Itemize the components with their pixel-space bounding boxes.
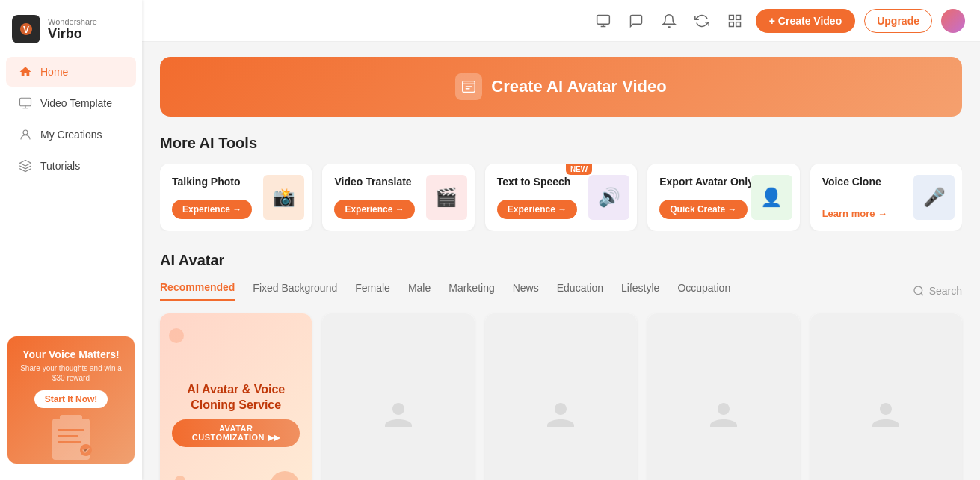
logo-text: Wondershare Virbo: [48, 17, 97, 42]
tab-recommended[interactable]: Recommended: [160, 281, 235, 301]
video-translate-image: 🎬: [426, 175, 467, 220]
svg-rect-3: [20, 98, 31, 106]
featured-image: AI Avatar & Voice Cloning Service AVATAR…: [160, 313, 312, 480]
grid-icon[interactable]: [723, 9, 747, 33]
avatar-grid: AI Avatar & Voice Cloning Service AVATAR…: [160, 313, 962, 480]
svg-text:V: V: [23, 25, 29, 35]
search-label: Search: [929, 285, 962, 297]
svg-rect-8: [58, 435, 78, 437]
svg-rect-14: [729, 22, 733, 26]
hero-text: Create AI Avatar Video: [491, 77, 666, 96]
featured-title: AI Avatar & Voice Cloning Service: [172, 382, 300, 413]
upgrade-button[interactable]: Upgrade: [864, 9, 932, 33]
more-ai-tools-title: More AI Tools: [160, 135, 962, 152]
main-content: + Create Video Upgrade Create AI Avatar …: [142, 0, 980, 480]
sidebar-label-home: Home: [40, 66, 68, 78]
experience-button-text-to-speech[interactable]: Experience →: [497, 200, 577, 219]
page-content: Create AI Avatar Video More AI Tools Tal…: [142, 42, 980, 480]
tool-card-talking-photo: Talking Photo Experience → 📸: [160, 164, 312, 231]
promo-card: Your Voice Matters! Share your thoughts …: [7, 336, 135, 464]
ai-tools-row: Talking Photo Experience → 📸 Video Trans…: [160, 164, 962, 231]
logo-brand: Wondershare: [48, 17, 97, 26]
avatar-card-harper[interactable]: Harper-Promotion: [810, 313, 962, 480]
svg-rect-6: [60, 415, 82, 422]
hero-icon: [455, 73, 482, 100]
avatar-card-featured[interactable]: AI Avatar & Voice Cloning Service AVATAR…: [160, 313, 312, 480]
promo-title: Your Voice Matters!: [22, 348, 119, 360]
tab-male[interactable]: Male: [408, 282, 431, 300]
sidebar-item-video-template[interactable]: Video Template: [6, 88, 136, 118]
tab-fixed-background[interactable]: Fixed Background: [253, 282, 337, 300]
export-avatar-image: 👤: [751, 175, 792, 220]
talking-photo-image: 📸: [263, 175, 304, 220]
svg-rect-11: [597, 15, 609, 24]
harper-image: [810, 313, 962, 480]
logo-area: V Wondershare Virbo: [0, 9, 142, 55]
brandt-image: [322, 313, 474, 480]
svg-rect-15: [736, 22, 740, 26]
svg-point-17: [914, 286, 922, 295]
featured-btn[interactable]: AVATAR CUSTOMIZATION ▶▶: [172, 419, 300, 447]
avatar-card-ruby[interactable]: Ruby-Games: [647, 313, 799, 480]
tutorials-icon: [18, 159, 33, 173]
my-creations-icon: [18, 127, 33, 142]
experience-button-talking-photo[interactable]: Experience →: [172, 200, 252, 219]
ai-avatar-title: AI Avatar: [160, 252, 962, 269]
refresh-icon[interactable]: [690, 9, 714, 33]
elena-image: [485, 313, 637, 480]
quick-create-button[interactable]: Quick Create →: [659, 200, 747, 219]
learn-more-button[interactable]: Learn more →: [822, 208, 887, 219]
sidebar-label-tutorials: Tutorials: [40, 160, 80, 172]
svg-rect-9: [58, 441, 81, 443]
featured-content: AI Avatar & Voice Cloning Service AVATAR…: [160, 313, 312, 480]
video-template-icon: [18, 96, 33, 111]
sidebar-item-my-creations[interactable]: My Creations: [6, 120, 136, 150]
home-icon: [18, 64, 33, 79]
text-to-speech-image: 🔊: [588, 175, 629, 220]
sidebar-label-my-creations: My Creations: [40, 129, 102, 141]
tab-news[interactable]: News: [513, 282, 539, 300]
user-avatar[interactable]: [941, 9, 965, 33]
sidebar: V Wondershare Virbo Home Video Template: [0, 0, 142, 480]
logo-icon: V: [12, 15, 40, 43]
hero-banner[interactable]: Create AI Avatar Video: [160, 57, 962, 117]
create-video-button[interactable]: + Create Video: [756, 9, 855, 33]
tab-occupation[interactable]: Occupation: [677, 282, 730, 300]
experience-button-video-translate[interactable]: Experience →: [334, 200, 414, 219]
ruby-image: [647, 313, 799, 480]
tab-education[interactable]: Education: [557, 282, 603, 300]
tool-card-video-translate: Video Translate Experience → 🎬: [322, 164, 474, 231]
svg-point-4: [23, 130, 28, 135]
chat-icon[interactable]: [624, 9, 648, 33]
svg-rect-7: [58, 429, 84, 431]
tool-card-voice-clone: Voice Clone Learn more → 🎤: [810, 164, 962, 231]
sidebar-item-home[interactable]: Home: [6, 57, 136, 87]
notification-icon[interactable]: [657, 9, 681, 33]
tab-female[interactable]: Female: [355, 282, 390, 300]
sidebar-item-tutorials[interactable]: Tutorials: [6, 151, 136, 181]
promo-decoration: [7, 411, 135, 464]
svg-rect-13: [736, 15, 740, 19]
svg-rect-12: [729, 15, 733, 19]
tab-marketing[interactable]: Marketing: [449, 282, 494, 300]
avatar-card-brandt[interactable]: Brandt-Casual: [322, 313, 474, 480]
avatar-search: Search: [913, 285, 962, 297]
topbar: + Create Video Upgrade: [142, 0, 980, 42]
tab-lifestyle[interactable]: Lifestyle: [621, 282, 659, 300]
logo-name: Virbo: [48, 26, 97, 42]
voice-clone-image: 🎤: [913, 175, 955, 220]
sidebar-label-video-template: Video Template: [40, 97, 112, 109]
avatar-card-elena[interactable]: Elena-Professional: [485, 313, 637, 480]
promo-subtitle: Share your thoughts and win a $30 reward: [19, 363, 123, 383]
new-badge: NEW: [566, 164, 592, 175]
tool-card-export-avatar: Export Avatar Only Quick Create → 👤: [647, 164, 799, 231]
desktop-icon[interactable]: [591, 9, 615, 33]
promo-button[interactable]: Start It Now!: [34, 390, 108, 408]
tool-card-text-to-speech: NEW Text to Speech Experience → 🔊: [485, 164, 637, 231]
avatar-tabs: Recommended Fixed Background Female Male…: [160, 281, 962, 301]
sidebar-nav: Home Video Template My Creations Tutoria…: [0, 55, 142, 182]
